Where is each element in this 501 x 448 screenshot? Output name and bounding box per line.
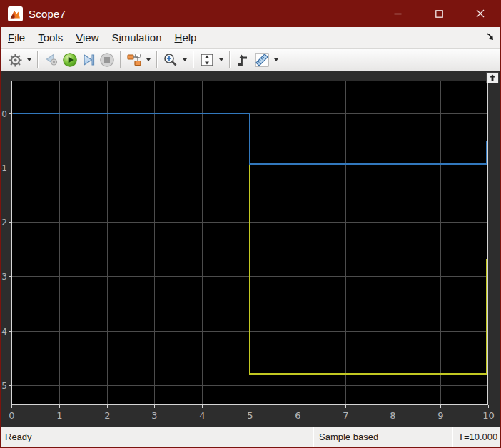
menu-help[interactable]: Help — [168, 29, 203, 46]
title-bar: Scope7 — [0, 0, 501, 27]
status-message: Ready — [1, 432, 313, 442]
dock-button[interactable] — [485, 31, 496, 43]
chevron-down-icon — [219, 58, 223, 61]
close-icon — [476, 9, 485, 18]
svg-text:6: 6 — [295, 410, 300, 421]
maximize-button[interactable] — [418, 0, 460, 27]
gear-icon — [8, 53, 23, 68]
minimize-button[interactable] — [377, 0, 418, 27]
highlight-block-button[interactable] — [125, 51, 143, 69]
stop-icon — [99, 52, 115, 68]
svg-text:9: 9 — [437, 410, 443, 421]
svg-text:-3: -3 — [1, 272, 7, 282]
svg-text:4: 4 — [199, 410, 205, 421]
zoom-in-icon — [163, 52, 178, 68]
settings-dropdown[interactable] — [24, 51, 34, 69]
step-back-button[interactable] — [42, 51, 61, 69]
maximize-icon — [435, 10, 443, 18]
signal-blocks-icon — [126, 52, 142, 68]
svg-text:7: 7 — [343, 410, 348, 421]
triggers-button[interactable] — [234, 51, 253, 69]
toolbar-separator — [37, 51, 39, 68]
run-icon — [62, 52, 78, 68]
chevron-down-icon — [27, 58, 31, 61]
svg-text:0: 0 — [9, 410, 14, 421]
trigger-icon — [236, 52, 251, 68]
fit-to-view-icon — [199, 52, 215, 68]
highlight-block-dropdown[interactable] — [143, 51, 153, 69]
toolbar — [1, 49, 500, 71]
chevron-down-icon — [146, 58, 151, 61]
svg-text:3: 3 — [151, 410, 157, 421]
zoom-dropdown[interactable] — [180, 51, 189, 69]
scope-window: Scope7 File Tools View Simulation Help — [0, 0, 501, 448]
close-button[interactable] — [460, 0, 501, 27]
run-button[interactable] — [61, 51, 79, 69]
fit-to-view-button[interactable] — [198, 51, 216, 69]
svg-text:8: 8 — [390, 410, 395, 421]
dock-arrow-icon — [485, 31, 495, 42]
menu-tools[interactable]: Tools — [31, 29, 69, 46]
svg-text:5: 5 — [247, 410, 253, 421]
svg-text:10: 10 — [482, 410, 495, 421]
toolbar-separator — [156, 51, 158, 68]
fit-to-view-dropdown[interactable] — [216, 51, 226, 69]
svg-text:1: 1 — [56, 410, 62, 421]
step-back-icon — [44, 52, 59, 68]
plot-canvas[interactable]: 0123456789100-1-2-3-4-5 — [1, 71, 500, 427]
status-sample-mode: Sample based — [313, 427, 452, 447]
measurements-button[interactable] — [253, 51, 271, 69]
settings-button[interactable] — [6, 51, 24, 69]
menu-simulation[interactable]: Simulation — [105, 29, 168, 46]
step-forward-button[interactable] — [79, 51, 98, 69]
toolbar-separator — [229, 51, 231, 68]
step-forward-icon — [81, 52, 96, 68]
svg-text:0: 0 — [1, 109, 7, 119]
menu-file[interactable]: File — [1, 29, 31, 46]
scroll-to-top-button[interactable] — [486, 72, 499, 83]
status-sim-time: T=10.000 — [452, 427, 500, 447]
ruler-icon — [254, 52, 270, 68]
minimize-icon — [394, 10, 402, 18]
matlab-logo-icon — [8, 6, 23, 21]
svg-text:2: 2 — [104, 410, 110, 421]
status-bar: Ready Sample based T=10.000 — [1, 427, 500, 447]
toolbar-separator — [120, 51, 121, 68]
arrow-up-icon — [489, 74, 496, 81]
stop-button[interactable] — [98, 51, 116, 69]
svg-text:-5: -5 — [1, 381, 7, 391]
chevron-down-icon — [274, 58, 278, 61]
chevron-down-icon — [183, 58, 187, 61]
menu-bar: File Tools View Simulation Help — [1, 27, 500, 49]
window-title: Scope7 — [29, 8, 66, 20]
svg-text:-2: -2 — [1, 218, 7, 228]
toolbar-separator — [193, 51, 194, 68]
menu-view[interactable]: View — [69, 29, 105, 46]
measurements-dropdown[interactable] — [271, 51, 280, 69]
zoom-button[interactable] — [161, 51, 180, 69]
svg-text:-4: -4 — [1, 327, 7, 337]
svg-text:-1: -1 — [1, 163, 7, 173]
plot-region: 0123456789100-1-2-3-4-5 — [1, 71, 500, 427]
